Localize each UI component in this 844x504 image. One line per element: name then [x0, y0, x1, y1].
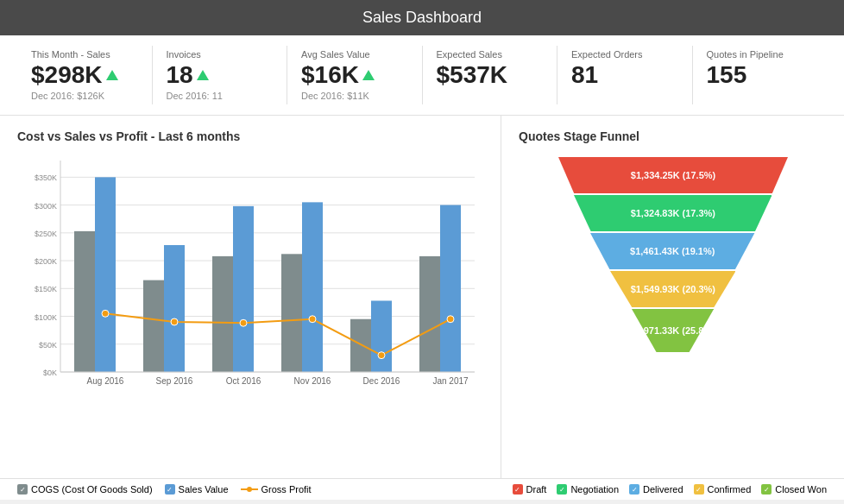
kpi-value-0: $298K: [31, 61, 138, 89]
funnel-legend-color-0: ✓: [513, 484, 523, 495]
svg-text:$1,461.43K (19.1%): $1,461.43K (19.1%): [630, 246, 715, 256]
svg-text:$350K: $350K: [35, 173, 57, 182]
svg-point-39: [447, 316, 454, 323]
dashboard-title: Sales Dashboard: [362, 9, 482, 26]
svg-rect-20: [164, 245, 185, 372]
up-arrow-icon-1: [197, 70, 209, 80]
kpi-item-5: Quotes in Pipeline 155: [693, 46, 828, 104]
kpi-label-3: Expected Sales: [437, 49, 544, 60]
kpi-sub-2: Dec 2016: $11K: [301, 91, 408, 101]
svg-text:Oct 2016: Oct 2016: [226, 376, 261, 386]
funnel-level-0: $1,334.25K (17.5%): [558, 157, 788, 193]
kpi-value-2: $16K: [301, 61, 408, 89]
kpi-value-1: 18: [167, 61, 274, 89]
svg-point-53: [247, 487, 252, 492]
svg-point-34: [102, 310, 109, 317]
funnel-legend-color-4: ✓: [761, 484, 772, 495]
kpi-sub-0: Dec 2016: $126K: [31, 91, 138, 101]
svg-text:$300K: $300K: [35, 202, 57, 211]
funnel-legend-color-1: ✓: [557, 484, 567, 495]
kpi-value-4: 81: [571, 61, 678, 89]
kpi-value-5: 155: [707, 61, 814, 89]
svg-point-35: [171, 318, 178, 325]
bar-legend-item-1: ✓Sales Value: [165, 484, 229, 495]
funnel-level-4: $1,971.33K (25.8%): [632, 309, 714, 352]
svg-text:$250K: $250K: [35, 230, 57, 238]
header: Sales Dashboard: [0, 0, 844, 35]
funnel-legend-item-3: ✓Confirmed: [694, 484, 752, 495]
kpi-item-4: Expected Orders 81: [557, 46, 693, 104]
legend-color-box-1: ✓: [165, 484, 175, 495]
kpi-item-1: Invoices 18 Dec 2016: 11: [153, 46, 288, 104]
svg-text:$150K: $150K: [35, 285, 57, 293]
line-legend-icon: [241, 484, 258, 495]
svg-rect-32: [440, 205, 461, 372]
kpi-row: This Month - Sales $298K Dec 2016: $126K…: [0, 35, 844, 116]
kpi-label-2: Avg Sales Value: [301, 49, 408, 60]
funnel-level-1: $1,324.83K (17.3%): [574, 195, 772, 231]
svg-rect-25: [281, 254, 302, 372]
funnel-legend-color-3: ✓: [694, 484, 704, 495]
kpi-value-3: $537K: [437, 61, 544, 89]
funnel-section: Quotes Stage Funnel $1,334.25K (17.5%) $…: [501, 116, 844, 478]
kpi-item-2: Avg Sales Value $16K Dec 2016: $11K: [287, 46, 423, 104]
legend-color-box-0: ✓: [17, 484, 28, 495]
funnel-legend-item-4: ✓Closed Won: [761, 484, 827, 495]
svg-rect-28: [350, 319, 371, 372]
svg-text:$1,971.33K (25.8%): $1,971.33K (25.8%): [632, 325, 714, 336]
svg-text:$1,324.83K (17.3%): $1,324.83K (17.3%): [630, 208, 715, 218]
bar-chart-title: Cost vs Sales vs Profit - Last 6 months: [17, 129, 483, 143]
svg-text:Sep 2016: Sep 2016: [156, 376, 193, 386]
svg-text:$100K: $100K: [35, 313, 57, 322]
bar-legend-item-2: Gross Profit: [241, 484, 312, 495]
svg-rect-17: [95, 177, 116, 372]
svg-text:$50K: $50K: [39, 341, 57, 350]
svg-text:Nov 2016: Nov 2016: [294, 376, 331, 386]
funnel-legend-item-1: ✓Negotiation: [557, 484, 619, 495]
bar-legend-item-0: ✓COGS (Cost Of Goods Sold): [17, 484, 153, 495]
funnel-legend-color-2: ✓: [629, 484, 639, 495]
kpi-sub-1: Dec 2016: 11: [167, 91, 274, 101]
svg-rect-29: [371, 300, 392, 372]
kpi-label-5: Quotes in Pipeline: [707, 49, 814, 60]
svg-rect-26: [302, 202, 323, 372]
kpi-label-1: Invoices: [167, 49, 274, 60]
bar-chart-section: Cost vs Sales vs Profit - Last 6 months …: [0, 116, 501, 478]
svg-text:$200K: $200K: [35, 257, 57, 266]
svg-rect-22: [212, 256, 233, 372]
svg-point-37: [309, 316, 316, 323]
funnel-legend-item-2: ✓Delivered: [629, 484, 683, 495]
svg-rect-16: [74, 231, 95, 372]
funnel-title: Quotes Stage Funnel: [519, 129, 827, 143]
funnel-level-2: $1,461.43K (19.1%): [590, 233, 754, 269]
kpi-item-3: Expected Sales $537K: [423, 46, 558, 104]
kpi-label-0: This Month - Sales: [31, 49, 138, 60]
svg-text:Dec 2016: Dec 2016: [363, 376, 400, 386]
svg-point-38: [378, 352, 385, 359]
svg-point-36: [240, 319, 247, 326]
svg-rect-31: [419, 256, 440, 372]
svg-text:$0K: $0K: [43, 369, 57, 377]
kpi-label-4: Expected Orders: [571, 49, 678, 60]
svg-text:Aug 2016: Aug 2016: [87, 376, 124, 386]
svg-rect-23: [233, 206, 254, 372]
funnel-legend-item-0: ✓Draft: [513, 484, 547, 495]
up-arrow-icon-0: [106, 70, 118, 80]
up-arrow-icon-2: [362, 70, 375, 80]
svg-text:Jan 2017: Jan 2017: [432, 376, 469, 386]
kpi-item-0: This Month - Sales $298K Dec 2016: $126K: [17, 46, 153, 104]
svg-rect-19: [143, 280, 164, 372]
funnel-level-3: $1,549.93K (20.3%): [610, 271, 736, 307]
svg-text:$1,549.93K (20.3%): $1,549.93K (20.3%): [630, 284, 715, 294]
svg-text:$1,334.25K (17.5%): $1,334.25K (17.5%): [630, 170, 715, 180]
